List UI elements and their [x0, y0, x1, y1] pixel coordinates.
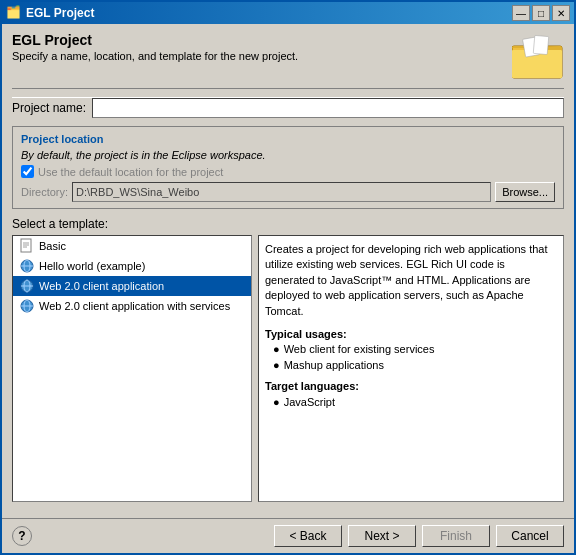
header-separator	[12, 88, 564, 89]
maximize-button[interactable]: □	[532, 5, 550, 21]
template-description: Creates a project for developing rich we…	[258, 235, 564, 502]
template-icon-basic	[19, 238, 35, 254]
dialog-content: EGL Project Specify a name, location, an…	[2, 24, 574, 518]
template-item-web20-client-services[interactable]: Web 2.0 client application with services	[13, 296, 251, 316]
template-label-basic: Basic	[39, 240, 66, 252]
directory-row: Directory: Browse...	[21, 182, 555, 202]
title-buttons: — □ ✕	[512, 5, 570, 21]
browse-button[interactable]: Browse...	[495, 182, 555, 202]
main-window: 🗂️ EGL Project — □ ✕ EGL Project Specify…	[0, 0, 576, 555]
select-template-label: Select a template:	[12, 217, 564, 231]
window-icon: 🗂️	[6, 5, 22, 21]
close-button[interactable]: ✕	[552, 5, 570, 21]
help-button[interactable]: ?	[12, 526, 32, 546]
project-name-input[interactable]	[92, 98, 564, 118]
dialog-title: EGL Project	[12, 32, 504, 48]
title-bar: 🗂️ EGL Project — □ ✕	[2, 2, 574, 24]
select-template-text: Select a template:	[12, 217, 108, 231]
desc-typical-label: Typical usages:	[265, 327, 557, 342]
next-button[interactable]: Next >	[348, 525, 416, 547]
template-list[interactable]: Basic Hello world (example)	[12, 235, 252, 502]
bottom-buttons: < Back Next > Finish Cancel	[274, 525, 564, 547]
desc-typical-2: ● Mashup applications	[273, 358, 557, 373]
template-item-hello-world[interactable]: Hello world (example)	[13, 256, 251, 276]
header-area: EGL Project Specify a name, location, an…	[12, 32, 564, 80]
template-icon-web20-client	[19, 278, 35, 294]
project-name-row: Project name:	[12, 98, 564, 118]
template-label-web20-client: Web 2.0 client application	[39, 280, 164, 292]
template-item-web20-client[interactable]: Web 2.0 client application	[13, 276, 251, 296]
finish-button[interactable]: Finish	[422, 525, 490, 547]
template-area: Basic Hello world (example)	[12, 235, 564, 502]
project-location-label: Project location	[21, 133, 555, 145]
template-item-basic[interactable]: Basic	[13, 236, 251, 256]
project-name-label: Project name:	[12, 101, 86, 115]
desc-typical-1: ● Web client for existing services	[273, 342, 557, 357]
project-location-box: Project location By default, the project…	[12, 126, 564, 209]
desc-target-1: ● JavaScript	[273, 395, 557, 410]
title-bar-left: 🗂️ EGL Project	[6, 5, 94, 21]
default-location-text: By default, the project is in the Eclips…	[21, 149, 555, 161]
cancel-button[interactable]: Cancel	[496, 525, 564, 547]
template-icon-hello-world	[19, 258, 35, 274]
minimize-button[interactable]: —	[512, 5, 530, 21]
directory-label: Directory:	[21, 186, 68, 198]
template-icon-web20-client-services	[19, 298, 35, 314]
template-label-hello-world: Hello world (example)	[39, 260, 145, 272]
desc-target-label: Target languages:	[265, 379, 557, 394]
header-text: EGL Project Specify a name, location, an…	[12, 32, 504, 62]
bottom-bar: ? < Back Next > Finish Cancel	[2, 518, 574, 553]
default-location-checkbox[interactable]	[21, 165, 34, 178]
default-location-row: Use the default location for the project	[21, 165, 555, 178]
window-title: EGL Project	[26, 6, 94, 20]
svg-rect-4	[533, 35, 549, 54]
dialog-subtitle: Specify a name, location, and template f…	[12, 50, 504, 62]
default-location-checkbox-label: Use the default location for the project	[38, 166, 223, 178]
desc-intro: Creates a project for developing rich we…	[265, 242, 557, 319]
template-label-web20-client-services: Web 2.0 client application with services	[39, 300, 230, 312]
directory-input[interactable]	[72, 182, 491, 202]
back-button[interactable]: < Back	[274, 525, 342, 547]
folder-icon	[512, 32, 564, 80]
